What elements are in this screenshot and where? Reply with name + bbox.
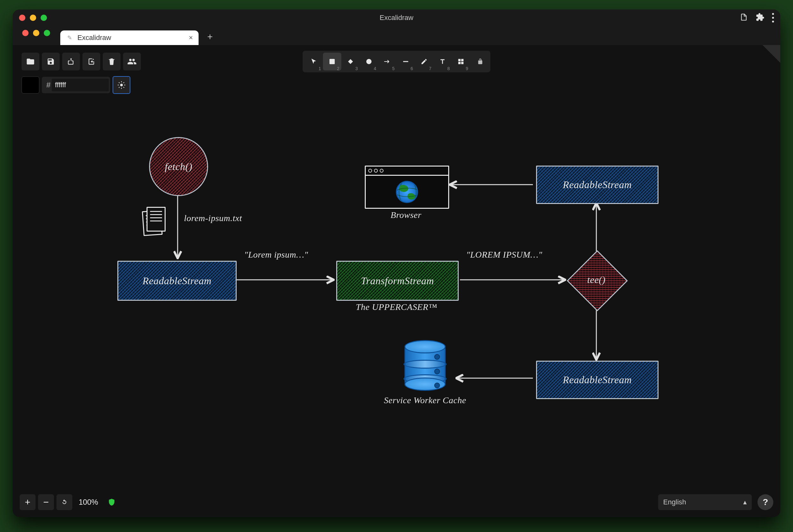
- titlebar: Excalidraw: [13, 10, 780, 26]
- app-window: Excalidraw ✎ Excalidraw × ＋: [13, 10, 780, 517]
- node-tee[interactable]: tee(): [576, 259, 619, 302]
- close-tab-icon[interactable]: ×: [189, 34, 193, 42]
- maximize-window-icon[interactable]: [44, 30, 50, 36]
- window-title: Excalidraw: [13, 14, 780, 22]
- file-icon[interactable]: [143, 207, 168, 235]
- browser-tab[interactable]: ✎ Excalidraw ×: [60, 31, 198, 45]
- minimize-window-icon[interactable]: [33, 30, 39, 36]
- edge-label-lorem-in: "Lorem ipsum…": [244, 250, 308, 260]
- edge-label-lorem-out: "LOREM IPSUM…": [466, 250, 542, 260]
- tab-strip: ✎ Excalidraw × ＋: [13, 26, 780, 45]
- node-fetch[interactable]: fetch(): [149, 137, 208, 196]
- new-tab-button[interactable]: ＋: [206, 31, 214, 42]
- sw-cache-label: Service Worker Cache: [359, 395, 492, 405]
- tab-favicon-icon: ✎: [66, 34, 73, 41]
- tab-label: Excalidraw: [77, 34, 111, 42]
- node-readable-stream-top[interactable]: ReadableStream: [536, 166, 658, 204]
- node-browser[interactable]: [365, 166, 449, 209]
- globe-icon: [396, 181, 418, 203]
- node-readable-stream-left[interactable]: ReadableStream: [117, 261, 237, 301]
- node-transform-stream[interactable]: TransformStream: [336, 261, 459, 301]
- file-label: lorem-ipsum.txt: [184, 213, 242, 223]
- node-service-worker-cache[interactable]: [404, 340, 446, 391]
- transform-subtitle: The UPPERCASER™: [336, 302, 457, 312]
- close-window-icon[interactable]: [22, 30, 28, 36]
- browser-label: Browser: [365, 210, 447, 220]
- node-readable-stream-bottom[interactable]: ReadableStream: [536, 361, 658, 399]
- drawing-canvas[interactable]: fetch() lorem-ipsum.txt ReadableStream "…: [13, 45, 780, 517]
